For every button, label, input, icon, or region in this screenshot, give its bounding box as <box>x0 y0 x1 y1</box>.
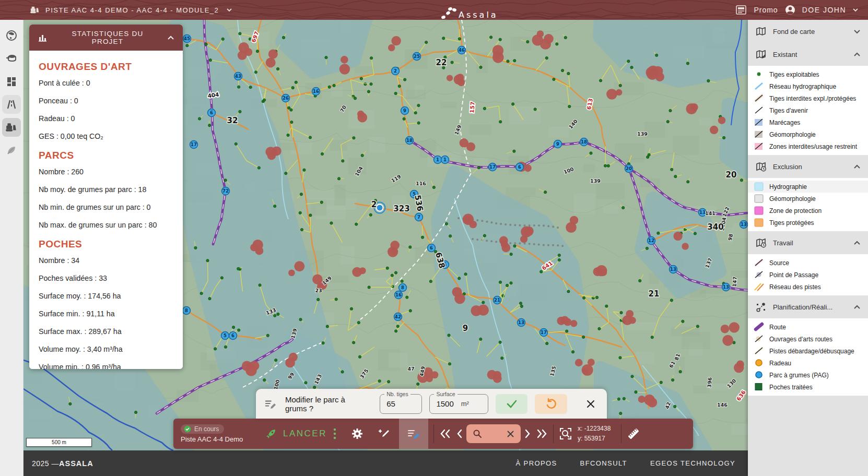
legend-item[interactable]: Ouvrages d'arts routes <box>748 333 868 345</box>
stat-line: Pont à culée : 0 <box>39 79 173 87</box>
legend-group-planif[interactable]: Planification/Réali... <box>748 295 868 318</box>
legend-group-existant[interactable]: Existant <box>748 43 868 66</box>
last-item-button[interactable] <box>536 429 548 438</box>
measure-button[interactable] <box>627 427 640 441</box>
reset-button[interactable] <box>535 394 567 414</box>
parc-marker[interactable]: 46 <box>458 46 466 54</box>
settings-button[interactable] <box>351 427 363 440</box>
prev-item-button[interactable] <box>456 429 462 438</box>
legend-item[interactable]: Pistes débardage/débusquage <box>748 345 868 357</box>
parc-marker[interactable]: 18 <box>406 137 414 145</box>
parc-marker[interactable]: 17 <box>489 163 497 171</box>
legend-item[interactable]: Poches traitées <box>748 381 868 393</box>
bulldozer-module-button[interactable] <box>2 118 21 137</box>
project-title: PISTE AAC 4-4 DEMO - AAC 4-4 - MODULE_2 <box>45 6 219 14</box>
stat-line: Volume min. : 0,96 m³/ha <box>39 363 173 369</box>
stats-panel-title: STATISTIQUES DU PROJET <box>55 30 160 45</box>
legend-item[interactable]: Route <box>748 321 868 333</box>
footer-copyright: 2025 —ASSALA <box>32 459 93 468</box>
road-module-button[interactable] <box>2 95 21 114</box>
legend-item[interactable]: Zone de protection <box>748 205 868 217</box>
legend-item[interactable]: Géomorphologie <box>748 128 868 140</box>
surface-field[interactable]: Surface 1500 m² <box>429 394 488 414</box>
more-options-button[interactable] <box>333 428 336 439</box>
legend-item[interactable]: Géomorphologie <box>748 193 868 205</box>
legend-group-fond[interactable]: Fond de carte <box>748 20 868 43</box>
parc-marker[interactable]: 26 <box>282 94 290 102</box>
legend-item[interactable]: Tiges exploitables <box>748 68 868 80</box>
user-menu-chevron-icon[interactable] <box>852 8 859 12</box>
parc-marker[interactable]: 1 <box>434 156 442 164</box>
stats-panel-header[interactable]: STATISTIQUES DU PROJET <box>29 25 183 51</box>
parc-marker[interactable]: 16 <box>395 291 403 299</box>
parc-marker[interactable]: 16 <box>312 88 320 96</box>
parc-marker[interactable]: 8 <box>399 284 407 292</box>
parc-marker[interactable]: 13 <box>722 283 730 291</box>
first-item-button[interactable] <box>439 429 451 438</box>
parc-marker[interactable]: 72 <box>222 187 230 195</box>
legend-item[interactable]: Parc à grumes (PAG) <box>748 369 868 381</box>
legend-item-label: Pistes débardage/débusquage <box>769 348 854 355</box>
project-selector[interactable]: PISTE AAC 4-4 DEMO - AAC 4-4 - MODULE_2 <box>30 5 232 15</box>
parc-marker[interactable]: 25 <box>413 53 421 61</box>
legend-item[interactable]: Zones interdites/usage restreint <box>748 140 868 152</box>
parc-marker[interactable]: 9 <box>401 107 409 115</box>
parc-marker[interactable]: 13 <box>670 266 677 273</box>
parc-marker[interactable]: 8 <box>183 307 191 315</box>
legend-item[interactable]: Point de Passage <box>748 269 868 281</box>
legend-item[interactable]: Radeau <box>748 357 868 369</box>
legend-item-label: Géomorphologie <box>769 195 816 203</box>
search-box[interactable] <box>466 424 521 443</box>
clear-search-icon[interactable] <box>507 430 514 438</box>
parc-marker[interactable]: 42 <box>394 313 402 321</box>
legend-item[interactable]: Tiges d'avenir <box>748 104 868 116</box>
parc-marker[interactable]: 13 <box>740 221 748 229</box>
data-module-button[interactable] <box>2 49 21 68</box>
parc-marker[interactable]: 21 <box>494 296 501 304</box>
world-module-button[interactable] <box>2 26 21 45</box>
legend-item[interactable]: Tiges protégées <box>748 217 868 229</box>
parc-marker[interactable]: 6 <box>229 332 237 340</box>
parc-marker[interactable]: 12 <box>648 237 655 245</box>
nb-tiges-field[interactable]: Nb. tiges 65 <box>380 394 422 414</box>
parc-marker[interactable]: 1 <box>441 156 449 164</box>
legend-item[interactable]: Source <box>748 257 868 269</box>
parc-marker[interactable]: 2 <box>392 67 400 75</box>
zoom-to-feature-button[interactable] <box>559 427 572 441</box>
parc-marker[interactable]: 45 <box>183 35 191 43</box>
legend-item[interactable]: Tiges interdites expl./protégées <box>748 92 868 104</box>
parc-marker[interactable]: 17 <box>540 329 548 337</box>
launch-button[interactable]: LANCER <box>265 428 327 439</box>
footer-link[interactable]: EGEOS TECHNOLOGY <box>650 459 735 467</box>
assala-seeds-icon <box>440 6 458 20</box>
parc-marker[interactable]: 20 <box>625 165 633 173</box>
footer-link[interactable]: À PROPOS <box>515 459 557 467</box>
close-dialog-button[interactable] <box>583 399 599 409</box>
legend-item[interactable]: Hydrographie <box>748 181 868 193</box>
parc-marker[interactable]: 17 <box>190 141 198 149</box>
dashboard-module-button[interactable] <box>2 72 21 91</box>
line-cream-swatch <box>753 346 765 356</box>
leaf-module-button[interactable] <box>2 141 21 160</box>
parc-marker[interactable]: 43 <box>234 73 242 80</box>
parc-marker[interactable]: 7 <box>415 213 423 221</box>
promo-label: Promo <box>754 6 778 14</box>
legend-group-travail[interactable]: Travail <box>748 231 868 254</box>
legend-item[interactable]: Marécages <box>748 116 868 128</box>
confirm-button[interactable] <box>496 394 528 414</box>
parc-marker[interactable]: 6 <box>208 109 216 117</box>
magic-edit-button[interactable] <box>378 427 391 440</box>
legend-item[interactable]: Réseau des pistes <box>748 281 868 293</box>
legend-item[interactable]: Réseau hydrographique <box>748 80 868 92</box>
parc-marker[interactable]: 6 <box>428 244 436 252</box>
promo-news-icon[interactable] <box>735 4 747 16</box>
legend-group-exclusion[interactable]: Exclusion <box>748 155 868 178</box>
edit-tool-active-button[interactable] <box>399 419 428 449</box>
footer-link[interactable]: BFCONSULT <box>580 459 627 467</box>
parc-marker[interactable]: 6 <box>516 163 524 171</box>
next-item-button[interactable] <box>525 429 531 438</box>
parc-marker[interactable]: 13 <box>518 319 525 327</box>
parc-marker[interactable]: 18 <box>580 138 588 146</box>
parc-marker[interactable]: 5 <box>221 332 229 340</box>
parc-marker[interactable]: 9 <box>554 140 562 148</box>
